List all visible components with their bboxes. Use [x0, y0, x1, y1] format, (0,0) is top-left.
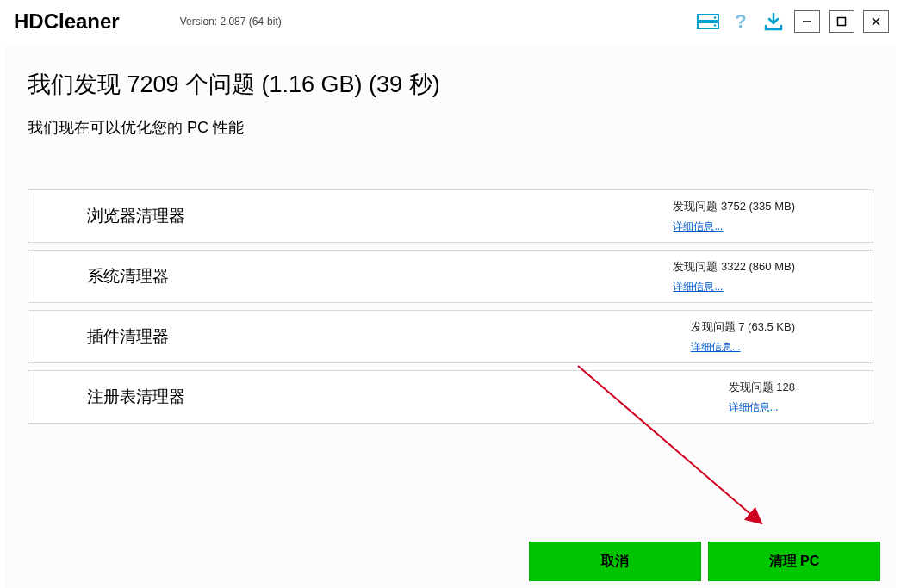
card-browser-cleaner[interactable]: 浏览器清理器 发现问题 3752 (335 MB) 详细信息... [28, 189, 873, 243]
app-title: HDCleaner [14, 9, 120, 34]
help-icon[interactable]: ? [729, 12, 753, 31]
minimize-button[interactable] [794, 10, 820, 33]
headline: 我们发现 7209 个问题 (1.16 GB) (39 秒) [28, 69, 873, 100]
details-link[interactable]: 详细信息... [691, 341, 741, 353]
version-label: Version: 2.087 (64-bit) [180, 15, 282, 28]
card-stat: 发现问题 7 (63.5 KB) [691, 319, 795, 335]
cancel-button[interactable]: 取消 [529, 542, 701, 581]
maximize-button[interactable] [829, 10, 854, 33]
result-cards: 浏览器清理器 发现问题 3752 (335 MB) 详细信息... 系统清理器 … [28, 189, 873, 424]
card-stat: 发现问题 128 [729, 380, 795, 395]
card-system-cleaner[interactable]: 系统清理器 发现问题 3322 (860 MB) 详细信息... [28, 250, 873, 303]
card-stat: 发现问题 3752 (335 MB) [673, 199, 795, 214]
svg-rect-6 [838, 18, 846, 26]
download-icon[interactable] [761, 12, 786, 31]
content-area: 我们发现 7209 个问题 (1.16 GB) (39 秒) 我们现在可以优化您… [5, 43, 896, 588]
card-title: 系统清理器 [87, 265, 169, 288]
card-title: 注册表清理器 [87, 386, 185, 408]
close-button[interactable] [863, 10, 889, 33]
svg-point-3 [714, 24, 717, 27]
details-link[interactable]: 详细信息... [673, 281, 723, 293]
card-stat: 发现问题 3322 (860 MB) [673, 259, 795, 275]
svg-point-2 [714, 16, 717, 19]
details-link[interactable]: 详细信息... [673, 220, 723, 232]
card-title: 插件清理器 [87, 325, 169, 348]
details-link[interactable]: 详细信息... [729, 401, 779, 413]
subline: 我们现在可以优化您的 PC 性能 [28, 117, 873, 138]
titlebar: HDCleaner Version: 2.087 (64-bit) ? [0, 0, 901, 43]
svg-text:?: ? [735, 12, 746, 31]
card-title: 浏览器清理器 [87, 205, 185, 227]
card-registry-cleaner[interactable]: 注册表清理器 发现问题 128 详细信息... [28, 370, 873, 424]
drive-icon[interactable] [696, 12, 720, 31]
footer-buttons: 取消 清理 PC [529, 542, 896, 588]
clean-pc-button[interactable]: 清理 PC [708, 542, 880, 581]
card-plugin-cleaner[interactable]: 插件清理器 发现问题 7 (63.5 KB) 详细信息... [28, 310, 873, 363]
